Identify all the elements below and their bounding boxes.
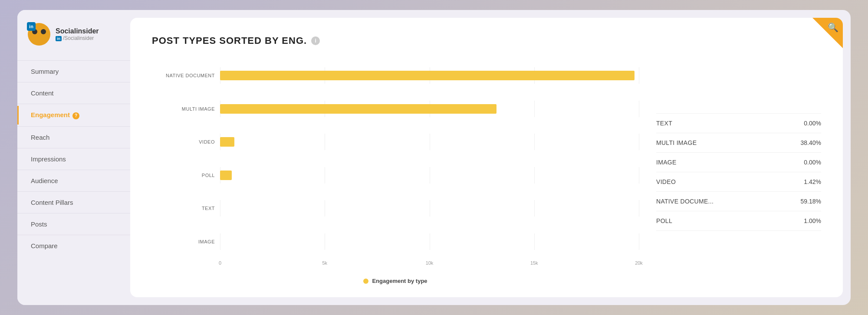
linkedin-badge: in [27,22,36,31]
nav-divider-7 [17,213,130,213]
nav-divider-1 [17,82,130,82]
bar-label: POLL [152,173,215,178]
stats-row: TEXT0.00% [656,113,821,133]
stats-row: IMAGE0.00% [656,153,821,172]
grid-line [639,200,639,217]
x-tick: 15k [530,260,538,266]
x-tick: 0 [219,260,221,266]
grid-line [325,167,325,184]
stats-value: 59.18% [801,198,821,205]
grid-line [325,200,325,217]
search-icon[interactable]: 🔍 [828,22,838,33]
x-tick: 10k [426,260,434,266]
platform-badge: in [56,36,62,41]
engagement-help-icon[interactable]: ? [72,112,79,119]
nav-divider-8 [17,235,130,235]
grid-line [639,101,639,117]
chart-info-icon[interactable]: i [311,36,320,45]
chart-title-row: POST TYPES SORTED BY ENG. i [152,35,821,46]
chart-area: NATIVE DOCUMENTMULTI IMAGEVIDEOPOLLTEXTI… [152,59,639,284]
app-handle: in/Socialinsider [56,35,99,41]
stats-label: NATIVE DOCUME... [656,198,713,205]
bar-row: VIDEO [152,134,639,150]
grid-line [325,134,325,150]
stats-label: IMAGE [656,159,677,166]
bar-chart: NATIVE DOCUMENTMULTI IMAGEVIDEOPOLLTEXTI… [152,59,639,258]
stats-row: POLL1.00% [656,211,821,231]
logo-text: Socialinsider in/Socialinsider [56,27,99,41]
x-tick: 20k [635,260,643,266]
nav-divider-3 [17,126,130,127]
sidebar-item-audience[interactable]: Audience [17,172,130,190]
bar-row: POLL [152,167,639,183]
nav-divider-2 [17,104,130,104]
bar-fill [220,171,232,180]
grid-line [534,101,535,117]
nav-divider-5 [17,170,130,170]
grid-line [639,167,639,184]
stats-table: TEXT0.00%MULTI IMAGE38.40%IMAGE0.00%VIDE… [656,59,821,284]
sidebar-item-content-pillars[interactable]: Content Pillars [17,194,130,211]
bar-row: TEXT [152,200,639,216]
chart-title: POST TYPES SORTED BY ENG. [152,35,307,46]
sidebar-item-engagement[interactable]: Engagement? [17,106,130,125]
stats-label: MULTI IMAGE [656,139,697,146]
x-tick: 5k [322,260,327,266]
bar-row: MULTI IMAGE [152,101,639,117]
nav-divider-top [17,60,130,61]
bar-label: TEXT [152,206,215,211]
grid-line [534,134,535,150]
grid-line [430,233,430,250]
bar-fill [220,137,234,147]
stats-label: TEXT [656,120,672,127]
sidebar-item-reach[interactable]: Reach [17,128,130,146]
stats-value: 0.00% [804,120,821,127]
grid-line [430,134,430,150]
grid-line [534,233,535,250]
grid-line [534,200,535,217]
stats-row: NATIVE DOCUME...59.18% [656,192,821,211]
stats-value: 1.42% [804,178,821,185]
stats-label: POLL [656,217,672,224]
content-area: NATIVE DOCUMENTMULTI IMAGEVIDEOPOLLTEXTI… [152,59,821,284]
stats-value: 1.00% [804,217,821,224]
bar-label: MULTI IMAGE [152,106,215,112]
sidebar-item-posts[interactable]: Posts [17,215,130,233]
app-name: Socialinsider [56,27,99,35]
sidebar-item-impressions[interactable]: Impressions [17,150,130,168]
grid-line [430,167,430,184]
stats-row: VIDEO1.42% [656,172,821,192]
chart-legend: Engagement by type [152,278,639,284]
bar-label: VIDEO [152,139,215,144]
nav-divider-4 [17,148,130,148]
sidebar-item-content[interactable]: Content [17,84,130,102]
nav-divider-6 [17,191,130,192]
grid-line [639,67,639,84]
stats-value: 38.40% [801,139,821,146]
bar-fill [220,71,635,80]
legend-label: Engagement by type [372,278,427,284]
bar-row: IMAGE [152,234,639,249]
grid-line [220,233,220,250]
stats-label: VIDEO [656,178,676,185]
sidebar-item-compare[interactable]: Compare [17,237,130,255]
bar-fill [220,104,496,114]
bar-label: IMAGE [152,239,215,244]
logo-area: in Socialinsider in/Socialinsider [17,19,130,59]
grid-line [430,200,430,217]
grid-line [325,233,325,250]
x-axis: 05k10k15k20k [220,260,639,271]
grid-line [639,233,639,250]
app-container: in Socialinsider in/Socialinsider Summar… [17,10,851,305]
stats-row: MULTI IMAGE38.40% [656,133,821,153]
legend-dot [363,279,368,284]
sidebar-item-summary[interactable]: Summary [17,62,130,80]
grid-line [220,200,220,217]
grid-line [534,167,535,184]
sidebar: in Socialinsider in/Socialinsider Summar… [17,10,130,305]
bar-row: NATIVE DOCUMENT [152,68,639,83]
grid-line [639,134,639,150]
main-panel: 🔍 POST TYPES SORTED BY ENG. i NATIVE DOC… [130,18,843,297]
stats-value: 0.00% [804,159,821,166]
bar-label: NATIVE DOCUMENT [152,73,215,78]
